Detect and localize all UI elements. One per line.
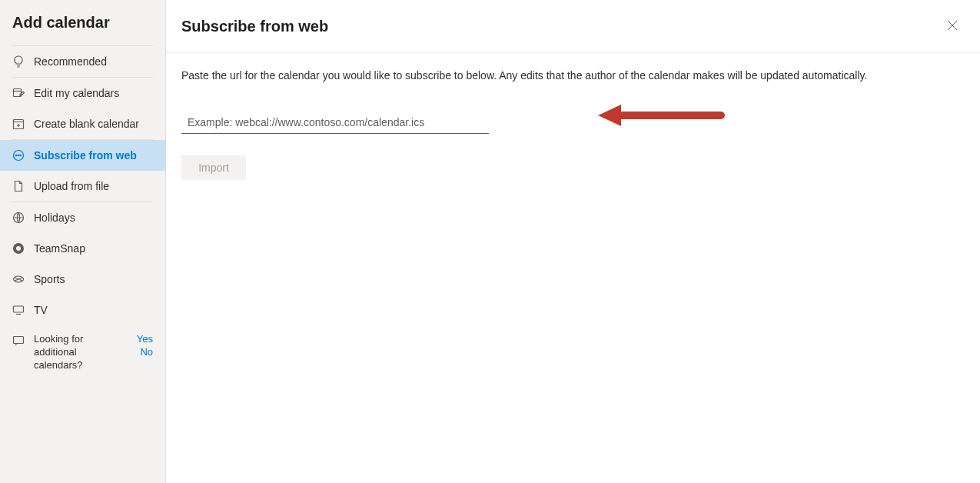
sidebar-item-edit-calendars[interactable]: Edit my calendars — [0, 78, 165, 108]
main: Subscribe from web Paste the url for the… — [166, 0, 980, 483]
sidebar-item-teamsnap[interactable]: TeamSnap — [0, 233, 165, 264]
file-icon — [12, 180, 25, 192]
sidebar-item-label: Upload from file — [34, 180, 109, 192]
sidebar: Add calendar Recommended Edit my calenda… — [0, 0, 166, 483]
sidebar-item-label: Subscribe from web — [34, 149, 137, 162]
sidebar-item-subscribe-web[interactable]: Subscribe from web — [0, 140, 165, 171]
arrow-annotation — [598, 102, 725, 132]
calendar-url-input[interactable] — [181, 112, 489, 134]
svg-rect-11 — [14, 337, 24, 344]
sidebar-item-sports[interactable]: Sports — [0, 264, 165, 295]
svg-point-13 — [717, 112, 725, 119]
sidebar-item-label: TeamSnap — [34, 242, 85, 255]
subscribe-icon — [12, 149, 25, 162]
feedback-row: Looking for additional calendars? Yes No — [0, 325, 165, 372]
svg-point-4 — [18, 155, 18, 155]
sidebar-item-label: TV — [34, 304, 48, 316]
sidebar-item-label: Holidays — [34, 212, 75, 224]
feedback-yes-link[interactable]: Yes — [137, 333, 153, 345]
svg-marker-12 — [598, 105, 721, 126]
close-icon — [947, 20, 958, 33]
sports-icon — [12, 273, 25, 285]
sidebar-title: Add calendar — [0, 14, 165, 45]
feedback-links: Yes No — [137, 333, 153, 358]
main-body: Paste the url for the calendar you would… — [166, 53, 980, 180]
feedback-no-link[interactable]: No — [140, 346, 153, 358]
sidebar-item-label: Sports — [34, 273, 65, 285]
sidebar-item-label: Create blank calendar — [34, 118, 139, 130]
edit-calendar-icon — [12, 87, 25, 99]
instruction-text: Paste the url for the calendar you would… — [181, 68, 965, 84]
feedback-text: Looking for additional calendars? — [34, 333, 128, 372]
add-calendar-icon — [12, 118, 25, 130]
sidebar-item-tv[interactable]: TV — [0, 295, 165, 325]
feedback-icon — [12, 335, 25, 347]
import-button[interactable]: Import — [181, 155, 246, 180]
sidebar-item-upload-file[interactable]: Upload from file — [0, 171, 165, 202]
teamsnap-icon — [12, 242, 25, 255]
svg-point-5 — [20, 155, 21, 155]
sidebar-item-holidays[interactable]: Holidays — [0, 202, 165, 233]
main-header: Subscribe from web — [166, 0, 980, 53]
sidebar-item-recommended[interactable]: Recommended — [0, 46, 165, 77]
tv-icon — [12, 304, 25, 316]
page-title: Subscribe from web — [181, 18, 328, 35]
svg-point-8 — [16, 246, 21, 251]
globe-icon — [12, 212, 25, 224]
sidebar-item-label: Recommended — [34, 55, 107, 68]
sidebar-item-create-blank[interactable]: Create blank calendar — [0, 108, 165, 139]
svg-rect-10 — [14, 306, 24, 312]
lightbulb-icon — [12, 55, 25, 68]
svg-point-3 — [15, 155, 16, 155]
close-button[interactable] — [940, 14, 965, 38]
sidebar-item-label: Edit my calendars — [34, 87, 119, 99]
